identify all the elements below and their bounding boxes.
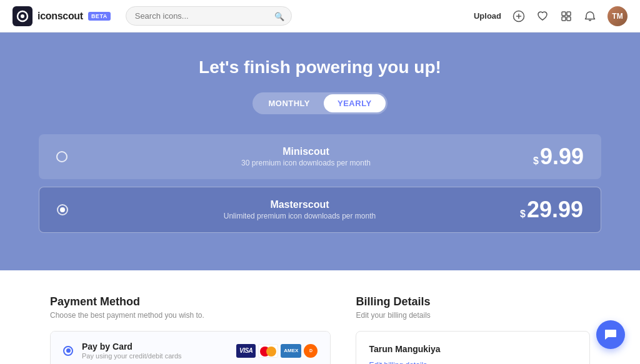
navbar: iconscout BETA 🔍 Upload TM	[0, 0, 640, 32]
plan-cards: Miniscout 30 premium icon downloads per …	[39, 134, 601, 233]
discover-icon: D	[304, 344, 318, 358]
billing-details-subtitle: Edit your billing details	[356, 311, 590, 320]
billing-details-title: Billing Details	[356, 295, 590, 308]
billing-user-name: Tarun Mangukiya	[369, 344, 577, 354]
card-option-desc: Pay using your credit/debit cards	[82, 352, 236, 360]
card-icons: VISA AMEX D	[236, 344, 318, 358]
visa-icon: VISA	[236, 344, 256, 358]
logo-icon	[12, 6, 32, 26]
masterscout-plan-price: $ 29.99	[520, 199, 583, 221]
payment-method-section: Payment Method Choose the best payment m…	[50, 295, 331, 364]
miniscout-price-amount: 9.99	[540, 145, 584, 168]
card-label-area: Pay by Card Pay using your credit/debit …	[82, 342, 236, 360]
svg-rect-6	[567, 17, 571, 21]
card-radio-fill	[66, 348, 71, 353]
card-option-name: Pay by Card	[82, 342, 236, 352]
nav-actions: Upload TM	[474, 6, 628, 26]
svg-rect-4	[567, 12, 571, 16]
masterscout-plan-desc: Unlimited premium icon downloads per mon…	[79, 212, 520, 220]
notification-icon[interactable]	[584, 10, 596, 22]
miniscout-currency: $	[533, 156, 539, 166]
payment-method-subtitle: Choose the best payment method you wish …	[50, 311, 331, 320]
masterscout-plan-card[interactable]: Masterscout Unlimited premium icon downl…	[39, 187, 601, 233]
hero-title: Let's finish powering you up!	[12, 57, 628, 77]
miniscout-radio	[56, 151, 68, 162]
masterscout-radio-fill	[60, 207, 65, 212]
miniscout-plan-card[interactable]: Miniscout 30 premium icon downloads per …	[39, 134, 601, 179]
search-icon: 🔍	[274, 11, 284, 21]
masterscout-plan-info: Masterscout Unlimited premium icon downl…	[79, 199, 520, 220]
masterscout-currency: $	[520, 209, 526, 219]
miniscout-plan-price: $ 9.99	[533, 145, 584, 168]
svg-point-1	[21, 14, 24, 18]
miniscout-plan-info: Miniscout 30 premium icon downloads per …	[79, 146, 533, 167]
pay-by-card-option[interactable]: Pay by Card Pay using your credit/debit …	[51, 332, 330, 364]
mastercard-icon	[258, 344, 278, 358]
masterscout-radio	[57, 204, 68, 215]
chat-icon	[604, 328, 618, 342]
logo-text: iconscout	[38, 11, 83, 22]
svg-rect-5	[562, 17, 566, 21]
edit-billing-link[interactable]: Edit billing details	[369, 361, 427, 364]
upload-button[interactable]: Upload	[474, 11, 501, 21]
search-bar: 🔍	[126, 6, 292, 26]
billing-box: Tarun Mangukiya Edit billing details	[356, 331, 590, 364]
miniscout-plan-desc: 30 premium icon downloads per month	[79, 159, 533, 167]
payment-options: Pay by Card Pay using your credit/debit …	[50, 331, 331, 364]
amex-icon: AMEX	[281, 344, 301, 358]
grid-icon[interactable]	[560, 10, 572, 22]
yearly-toggle-button[interactable]: YEARLY	[324, 94, 386, 112]
monthly-toggle-button[interactable]: MONTHLY	[254, 94, 324, 112]
logo-area: iconscout BETA	[12, 6, 111, 26]
card-radio	[63, 346, 73, 356]
favorite-icon[interactable]	[536, 10, 549, 22]
beta-badge: BETA	[88, 12, 111, 21]
avatar[interactable]: TM	[608, 6, 628, 26]
add-circle-icon[interactable]	[512, 10, 525, 22]
chat-fab-button[interactable]	[596, 320, 625, 349]
miniscout-plan-name: Miniscout	[79, 146, 533, 157]
masterscout-price-amount: 29.99	[527, 199, 583, 221]
svg-rect-3	[562, 12, 566, 16]
masterscout-plan-name: Masterscout	[79, 199, 520, 210]
billing-section: Billing Details Edit your billing detail…	[356, 295, 590, 364]
lower-section: Payment Method Choose the best payment m…	[0, 270, 640, 364]
payment-method-title: Payment Method	[50, 295, 331, 308]
hero-section: Let's finish powering you up! MONTHLY YE…	[0, 32, 640, 270]
search-input[interactable]	[126, 6, 292, 26]
billing-toggle: MONTHLY YEARLY	[252, 92, 387, 114]
